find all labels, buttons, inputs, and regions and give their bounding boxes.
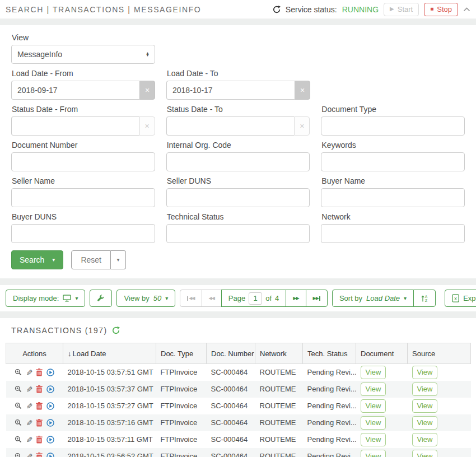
play-circle-icon[interactable]: [46, 369, 54, 376]
zoom-magnifier-icon[interactable]: [15, 369, 22, 376]
edit-pencil-icon[interactable]: ✎: [26, 453, 32, 457]
status-date-to-label: Status Date - To: [167, 105, 310, 114]
buyer-duns-input[interactable]: [11, 224, 155, 243]
reset-button[interactable]: Reset: [71, 250, 111, 269]
doc-number-cell: SC-000464: [207, 431, 255, 448]
document-type-input[interactable]: [321, 116, 465, 136]
table-row: ✎ 2018-10-15 03:57:16 GMT FTPInvoice SC-…: [6, 414, 471, 431]
play-circle-icon[interactable]: [46, 402, 54, 410]
technical-status-label: Technical Status: [167, 212, 310, 221]
seller-duns-input[interactable]: [166, 188, 310, 207]
document-view-button[interactable]: View: [361, 399, 386, 413]
export-to-excel-button[interactable]: x Export to Excel: [445, 290, 476, 307]
delete-trash-icon[interactable]: [36, 419, 43, 427]
zoom-magnifier-icon[interactable]: [15, 419, 22, 426]
buyer-name-input[interactable]: [321, 188, 465, 207]
zoom-magnifier-icon[interactable]: [15, 453, 22, 457]
play-circle-icon[interactable]: [46, 453, 54, 457]
play-circle-icon[interactable]: [46, 436, 54, 444]
tech-status-cell: Pending Revi...: [303, 431, 356, 448]
internal-org-code-input[interactable]: [166, 152, 310, 171]
source-view-button[interactable]: View: [412, 399, 438, 413]
source-view-button[interactable]: View: [412, 433, 438, 446]
zoom-magnifier-icon[interactable]: [15, 402, 22, 409]
network-cell: ROUTEME: [255, 414, 303, 431]
pagination-first-button[interactable]: ◀◀: [180, 290, 202, 307]
status-date-from-clear-button[interactable]: ×: [139, 116, 155, 136]
delete-trash-icon[interactable]: [36, 436, 43, 444]
sort-by-value: Load Date: [366, 294, 400, 302]
status-date-from-input[interactable]: [11, 116, 139, 136]
zoom-magnifier-icon[interactable]: [15, 436, 22, 443]
start-button[interactable]: ▶ Start: [384, 3, 419, 16]
document-view-button[interactable]: View: [361, 433, 386, 446]
play-circle-icon[interactable]: [46, 385, 54, 393]
tech-status-cell: Pending Revi...: [303, 381, 356, 398]
source-view-button[interactable]: View: [412, 383, 438, 396]
delete-trash-icon[interactable]: [36, 385, 43, 393]
column-header-network[interactable]: Network: [255, 343, 303, 364]
delete-trash-icon[interactable]: [36, 402, 43, 410]
source-view-button[interactable]: View: [412, 416, 438, 430]
column-header-doc-type[interactable]: Doc. Type: [156, 343, 207, 364]
status-date-to-clear-button[interactable]: ×: [294, 116, 310, 136]
doc-type-cell: FTPInvoice: [156, 448, 207, 457]
column-header-load-date[interactable]: ↓Load Date: [63, 343, 156, 364]
document-number-input[interactable]: [11, 152, 155, 171]
source-view-button[interactable]: View: [412, 450, 438, 457]
column-header-source[interactable]: Source: [408, 343, 471, 364]
document-view-button[interactable]: View: [361, 366, 386, 379]
zoom-magnifier-icon[interactable]: [15, 385, 22, 393]
edit-pencil-icon[interactable]: ✎: [26, 419, 32, 427]
network-input[interactable]: [321, 224, 465, 243]
edit-pencil-icon[interactable]: ✎: [26, 402, 32, 410]
pagination-prev-button[interactable]: ◀◀: [202, 290, 222, 307]
sort-by-button[interactable]: Sort by Load Date ▾: [332, 290, 414, 307]
view-select[interactable]: MessageInfo ▲▼: [11, 45, 155, 64]
status-date-to-input[interactable]: [166, 116, 295, 136]
load-date-to-clear-button[interactable]: ×: [295, 81, 310, 100]
load-date-from-input[interactable]: [11, 81, 139, 100]
internal-org-code-label: Internal Org. Code: [167, 141, 310, 150]
collapse-chevron-up-icon[interactable]: [463, 7, 470, 12]
document-view-button[interactable]: View: [361, 450, 386, 457]
keywords-input[interactable]: [321, 152, 465, 171]
search-caret-down-icon[interactable]: ▾: [52, 257, 55, 263]
document-view-button[interactable]: View: [361, 383, 386, 396]
document-view-button[interactable]: View: [361, 416, 386, 430]
refresh-status-icon[interactable]: [273, 6, 281, 13]
stop-button[interactable]: ■ Stop: [424, 3, 458, 16]
page-number-input[interactable]: [249, 292, 262, 305]
seller-name-label: Seller Name: [12, 176, 155, 185]
delete-trash-icon[interactable]: [36, 369, 43, 376]
view-by-button[interactable]: View by 50 ▾: [116, 290, 175, 307]
source-view-button[interactable]: View: [412, 366, 438, 379]
display-mode-button[interactable]: Display mode: ▾: [6, 290, 85, 307]
column-header-tech-status[interactable]: Tech. Status: [303, 343, 356, 364]
search-button[interactable]: Search ▾: [11, 250, 63, 269]
display-mode-caret-icon: ▾: [75, 296, 78, 301]
pagination-last-button[interactable]: ▶▶: [306, 290, 328, 307]
technical-status-input[interactable]: [166, 224, 310, 243]
breadcrumb[interactable]: SEARCH | TRANSACTIONS | MESSAGEINFO: [6, 5, 201, 14]
settings-wrench-button[interactable]: [90, 290, 112, 307]
column-header-document[interactable]: Document: [356, 343, 408, 364]
edit-pencil-icon[interactable]: ✎: [26, 369, 32, 376]
sort-direction-button[interactable]: AZ: [413, 290, 436, 307]
delete-trash-icon[interactable]: [36, 453, 43, 457]
seller-name-input[interactable]: [11, 188, 155, 207]
document-type-label: Document Type: [321, 105, 465, 114]
pagination-next-button[interactable]: ▶▶: [286, 290, 306, 307]
column-header-doc-number[interactable]: Doc. Number: [207, 343, 255, 364]
reset-caret-button[interactable]: ▾: [111, 250, 126, 269]
play-circle-icon[interactable]: [46, 419, 54, 427]
edit-pencil-icon[interactable]: ✎: [26, 385, 32, 393]
column-header-actions: Actions: [6, 343, 63, 364]
doc-number-cell: SC-000464: [207, 364, 255, 381]
edit-pencil-icon[interactable]: ✎: [26, 436, 32, 444]
table-header-row: Actions ↓Load Date Doc. Type Doc. Number…: [6, 343, 471, 364]
load-date-to-input[interactable]: [166, 81, 295, 100]
load-date-from-clear-button[interactable]: ×: [139, 81, 155, 100]
keywords-label: Keywords: [321, 141, 465, 150]
refresh-results-icon[interactable]: [112, 327, 120, 334]
